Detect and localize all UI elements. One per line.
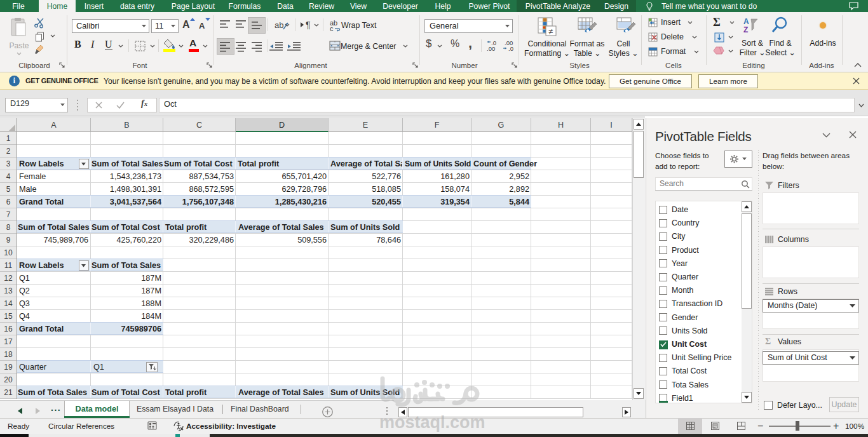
svg-text:ab: ab — [275, 20, 283, 30]
svg-text:A: A — [743, 17, 749, 26]
svg-text:c: c — [330, 25, 334, 32]
svg-text:Z: Z — [743, 25, 748, 34]
svg-text:¶: ¶ — [306, 20, 311, 30]
svg-text:≠: ≠ — [548, 27, 553, 36]
svg-text:.00: .00 — [487, 45, 495, 52]
